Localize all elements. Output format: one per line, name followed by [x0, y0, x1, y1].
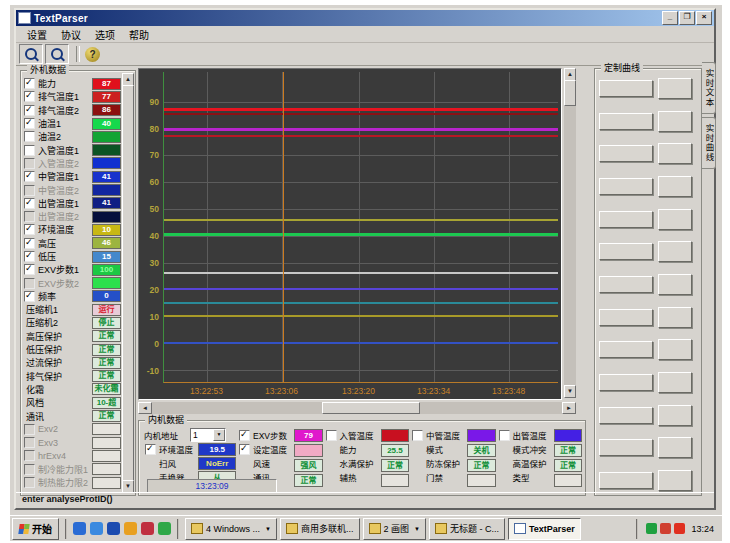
curve-name-box[interactable] [599, 341, 653, 358]
curve-name-box[interactable] [599, 374, 653, 391]
curve-value-box[interactable] [658, 405, 692, 426]
checkbox[interactable] [239, 444, 250, 455]
quick-launch-icon[interactable] [124, 522, 137, 535]
checkbox[interactable] [24, 105, 35, 116]
task-button[interactable]: TextParser ▼ [508, 518, 581, 540]
curve-value-box[interactable] [658, 470, 692, 491]
custom-curve-row [599, 437, 697, 458]
task-button[interactable]: 无标题 - C... ▼ [429, 518, 505, 540]
scroll-left-icon[interactable]: ◄ [138, 402, 152, 414]
curve-name-box[interactable] [599, 80, 653, 97]
left-panel-scrollbar[interactable]: ▲ ▼ [122, 73, 134, 493]
quick-launch-icon[interactable] [73, 522, 86, 535]
scrollbar-thumb[interactable] [564, 80, 576, 106]
curve-name-box[interactable] [599, 439, 653, 456]
chart-vertical-scrollbar[interactable]: ▲ ▼ [564, 68, 576, 398]
task-button[interactable]: 2 画图 ▼ [363, 518, 426, 540]
start-button[interactable]: 开始 [12, 518, 59, 540]
quick-launch-icon[interactable] [90, 522, 103, 535]
time-cursor[interactable] [283, 72, 284, 382]
chart-horizontal-scrollbar[interactable]: ◄ ► [138, 402, 576, 414]
plot-area[interactable] [163, 72, 558, 383]
curve-value-box[interactable] [658, 241, 692, 262]
checkbox[interactable] [145, 444, 156, 455]
quick-launch-icon[interactable] [141, 522, 154, 535]
help-icon[interactable]: ? [85, 47, 100, 62]
task-button[interactable]: 4 Windows ... ▼ [185, 518, 277, 540]
curve-value-box[interactable] [658, 372, 692, 393]
curve-name-box[interactable] [599, 472, 653, 489]
tray-icon[interactable] [646, 523, 657, 534]
sensor-label: 出管温度2 [38, 210, 92, 223]
checkbox[interactable] [412, 430, 423, 441]
curve-value-box[interactable] [658, 339, 692, 360]
checkbox[interactable] [24, 185, 35, 196]
quick-launch-icon[interactable] [107, 522, 120, 535]
task-button[interactable]: 商用多联机... ▼ [280, 518, 360, 540]
curve-name-box[interactable] [599, 145, 653, 162]
menu-item[interactable]: 帮助 [122, 26, 156, 43]
checkbox[interactable] [24, 118, 35, 129]
checkbox[interactable] [24, 224, 35, 235]
curve-name-box[interactable] [599, 407, 653, 424]
curve-value-box[interactable] [658, 78, 692, 99]
curve-name-box[interactable] [599, 243, 653, 260]
checkbox[interactable] [24, 145, 35, 156]
checkbox[interactable] [24, 158, 35, 169]
menu-item[interactable]: 选项 [88, 26, 122, 43]
curve-name-box[interactable] [599, 113, 653, 130]
checkbox[interactable] [24, 450, 35, 461]
checkbox[interactable] [24, 211, 35, 222]
checkbox[interactable] [24, 464, 35, 475]
address-select[interactable]: 1 ▼ [190, 428, 226, 442]
indoor-value-badge [381, 429, 409, 442]
checkbox[interactable] [24, 251, 35, 262]
curve-value-box[interactable] [658, 437, 692, 458]
checkbox[interactable] [24, 171, 35, 182]
checkbox[interactable] [326, 430, 337, 441]
tray-icon[interactable] [674, 523, 685, 534]
zoom-out-button[interactable] [45, 44, 69, 64]
curve-value-box[interactable] [658, 111, 692, 132]
checkbox[interactable] [24, 264, 35, 275]
title-bar[interactable]: TextParser _ ❐ × [16, 10, 714, 26]
checkbox[interactable] [24, 424, 35, 435]
scroll-right-icon[interactable]: ► [562, 402, 576, 414]
scrollbar-thumb[interactable] [322, 402, 420, 414]
checkbox[interactable] [24, 198, 35, 209]
scroll-down-icon[interactable]: ▼ [564, 385, 576, 398]
checkbox[interactable] [24, 437, 35, 448]
tray-icon[interactable] [660, 523, 671, 534]
curve-name-box[interactable] [599, 276, 653, 293]
checkbox[interactable] [239, 430, 250, 441]
scrollbar-thumb[interactable] [122, 85, 134, 481]
checkbox[interactable] [24, 278, 35, 289]
curve-name-box[interactable] [599, 309, 653, 326]
curve-value-box[interactable] [658, 209, 692, 230]
checkbox[interactable] [24, 91, 35, 102]
curve-value-box[interactable] [658, 143, 692, 164]
checkbox[interactable] [24, 238, 35, 249]
menu-item[interactable]: 设置 [20, 26, 54, 43]
grid-line [359, 72, 360, 382]
minimize-button[interactable]: _ [662, 11, 678, 25]
curve-value-box[interactable] [658, 274, 692, 295]
checkbox[interactable] [24, 477, 35, 488]
zoom-in-button[interactable] [19, 44, 43, 64]
chevron-down-icon[interactable]: ▼ [213, 429, 225, 441]
checkbox[interactable] [24, 78, 35, 89]
checkbox[interactable] [24, 291, 35, 302]
curve-value-box[interactable] [658, 176, 692, 197]
maximize-button[interactable]: ❐ [679, 11, 695, 25]
curve-name-box[interactable] [599, 211, 653, 228]
menu-item[interactable]: 协议 [54, 26, 88, 43]
side-tab[interactable]: 实时文本 [702, 62, 716, 114]
disabled-sensor-row: 制热能力限2 [23, 476, 121, 489]
close-button[interactable]: × [696, 11, 712, 25]
curve-name-box[interactable] [599, 178, 653, 195]
curve-value-box[interactable] [658, 307, 692, 328]
checkbox[interactable] [499, 430, 510, 441]
checkbox[interactable] [24, 131, 35, 142]
quick-launch-icon[interactable] [158, 522, 171, 535]
side-tab[interactable]: 实时曲线 [702, 117, 716, 169]
